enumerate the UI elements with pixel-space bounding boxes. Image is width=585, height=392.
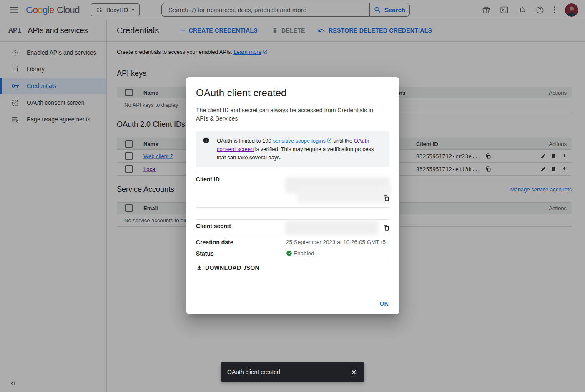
oauth-limit-notice: OAuth is limited to 100 sensitive scope …	[196, 131, 389, 167]
copy-client-id-icon[interactable]	[383, 195, 389, 201]
dialog-title: OAuth client created	[196, 87, 389, 99]
spacer-row	[196, 207, 389, 219]
client-id-label: Client ID	[196, 176, 220, 183]
close-icon[interactable]	[349, 367, 359, 377]
check-circle-icon	[286, 250, 292, 256]
oauth-client-created-dialog: OAuth client created The client ID and s…	[186, 77, 399, 314]
copy-client-secret-icon[interactable]	[383, 224, 389, 231]
client-secret-redacted-value	[285, 221, 379, 235]
client-secret-label: Client secret	[196, 223, 231, 229]
status-value: Enabled	[294, 250, 314, 256]
client-id-redacted-value	[379, 186, 390, 193]
download-json-button[interactable]: DOWNLOAD JSON	[196, 264, 259, 271]
status-row: Status Enabled	[196, 248, 389, 259]
creation-date-label: Creation date	[196, 239, 233, 246]
info-icon	[203, 137, 210, 162]
client-id-row: Client ID	[196, 173, 389, 207]
download-icon	[196, 264, 203, 271]
creation-date-row: Creation date 25 September 2023 at 10:26…	[196, 236, 389, 248]
client-secret-row: Client secret	[196, 219, 389, 236]
sensitive-scope-logins-link[interactable]: sensitive scope logins	[273, 138, 325, 144]
status-badge: Enabled	[286, 250, 314, 256]
external-link-icon	[327, 138, 332, 143]
creation-date-value: 25 September 2023 at 10:26:05 GMT+5	[286, 239, 386, 245]
snackbar: OAuth client created	[221, 362, 364, 382]
ok-button[interactable]: OK	[379, 300, 389, 307]
app-root: Google Cloud BoxyHQ ▾ Search	[0, 0, 585, 392]
client-details: Client ID Client secret Creation date 25…	[196, 173, 389, 259]
snackbar-message: OAuth client created	[227, 369, 349, 375]
dialog-subtitle: The client ID and secret can always be a…	[196, 106, 379, 123]
status-label: Status	[196, 250, 214, 257]
client-id-redacted-value	[297, 186, 390, 203]
